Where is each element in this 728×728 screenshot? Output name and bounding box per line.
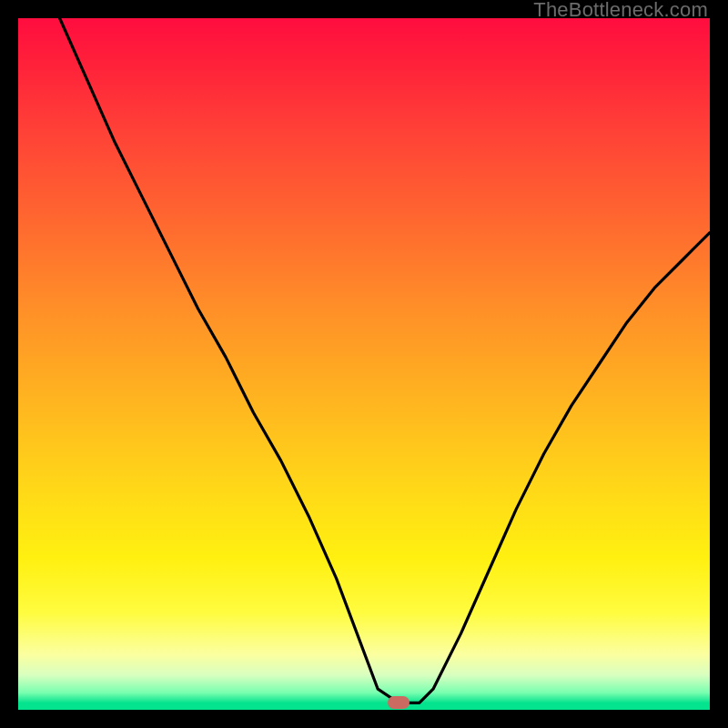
watermark-text: TheBottleneck.com xyxy=(533,0,708,20)
chart-frame: TheBottleneck.com xyxy=(0,0,728,728)
plot-area xyxy=(18,18,710,710)
curve-path xyxy=(60,18,710,703)
bottleneck-curve xyxy=(18,18,710,710)
optimal-marker xyxy=(388,696,410,709)
